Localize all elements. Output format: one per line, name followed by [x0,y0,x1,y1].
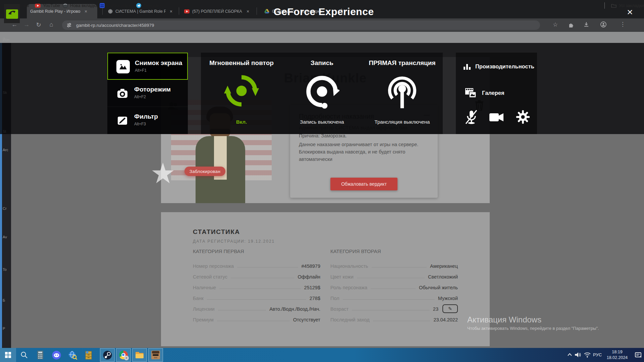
stat-label: Сетевой статус [193,274,227,280]
ovgorskiy-icon [100,3,105,8]
profile-icon[interactable] [600,21,606,27]
photo-mode-item[interactable]: Фоторежим Alt+F2 [107,80,188,107]
action-center-icon[interactable] [635,352,642,358]
stat-row: ПолМужской [330,291,458,302]
clock[interactable]: 18:19 18.02.2024 [603,349,631,361]
edit-age-button[interactable]: ✎ [442,304,458,313]
stat-row: Последний заход23.04.2022 [330,312,458,323]
tab-close-icon[interactable]: × [85,9,87,14]
telegram-icon [136,3,141,8]
bookmark-youtube[interactable]: YouTube [35,2,60,9]
stat-value: Авто./Водн./Возд./Нач. [269,306,320,312]
appeal-verdict-button[interactable]: Обжаловать вердикт [330,178,397,190]
video-camera-icon[interactable] [489,112,505,123]
screenshot-item[interactable]: Снимок экрана Alt+F1 [107,53,188,80]
volume-icon[interactable] [574,352,582,358]
performance-button[interactable]: Производительность [463,63,534,70]
edit-pencil-icon: ✎ [448,306,452,311]
tray-chevron-icon[interactable] [567,352,573,357]
bookmark-new-tab[interactable]: Нова вкладка [63,2,98,9]
language-indicator[interactable]: РУС [593,352,602,357]
stats-category-2: КАТЕГОРИЯ ВТОРАЯ НациональностьАмерикане… [330,248,458,323]
stat-label: Национальность [330,263,368,269]
home-icon[interactable]: ⌂ [47,21,56,28]
stat-value: 25129$ [304,285,320,291]
filter-item[interactable]: Фильтр Alt+F3 [107,107,188,134]
bookmark-star-icon[interactable]: ☆ [553,21,558,28]
stat-value: Американец [430,263,458,269]
taskbar: РУС 18:19 18.02.2024 [0,348,644,362]
bookmark-label: YouTube [43,3,60,8]
taskbar-file-cabinet-button[interactable] [81,348,96,362]
gear-icon[interactable] [516,110,530,124]
camera-icon [116,86,129,100]
broadcast-section[interactable]: ПРЯМАЯ трансляция Трансляция выключена [362,53,442,134]
bookmark-label: Telegram [144,3,161,8]
leader-line [357,278,425,278]
globe-favicon-icon [108,9,113,14]
registration-date: ДАТА РЕГИСТРАЦИИ: 19.12.2021 [193,239,275,244]
wifi-icon[interactable] [584,352,591,358]
download-icon[interactable] [584,22,589,27]
sidebar-ghost-text: Б [3,298,5,302]
address-bar[interactable]: gambit-rp.ru/account/character/458979 [62,20,540,30]
taskbar-web-search-button[interactable] [65,348,80,362]
section-title: ПРЯМАЯ трансляция [362,59,442,67]
screen: Gambit Role Play - Игровой пр × СИСТЕМА … [0,0,644,362]
instant-replay-section[interactable]: Мгновенный повтор Вкл. [201,53,282,134]
stat-row: ПремиумОтсутствует [193,312,320,323]
broadcast-icon [385,73,420,110]
stat-label: Цвет кожи [330,274,354,280]
record-section[interactable]: Запись Запись выключена [282,53,362,134]
gfe-title: GeForce Experience [223,6,424,17]
taskbar-explorer-button[interactable] [132,348,147,362]
extension-icon[interactable] [568,22,574,27]
gfe-left-panel: Снимок экрана Alt+F1 Фоторежим Alt+F2 Фи… [107,53,188,134]
taskbar-steam-button[interactable] [100,348,115,362]
taskbar-search-button[interactable] [17,348,32,362]
taskbar-chrome-button[interactable] [116,348,131,362]
forward-icon[interactable]: → [22,21,31,28]
start-button[interactable] [0,348,16,362]
tab-close-icon[interactable]: × [170,9,172,14]
gallery-label: Галерея [482,90,504,96]
stat-row: НациональностьАмериканец [330,259,458,269]
url-text[interactable]: gambit-rp.ru/account/character/458979 [76,23,154,28]
activation-watermark-title: Активация Windows [467,315,541,324]
item-hotkey: Alt+F2 [134,95,146,99]
performance-icon [463,63,471,70]
mic-muted-icon[interactable] [463,109,479,125]
section-status: Вкл. [201,119,282,125]
item-hotkey: Alt+F3 [134,122,146,126]
menu-icon[interactable]: ⋮ [620,21,626,28]
leader-line [219,289,301,289]
tab-title: Gambit Role Play - Игровой пр [30,9,80,14]
stat-value: Мужской [438,296,458,302]
stat-label: Роль персонажа [330,285,367,291]
close-icon[interactable]: × [623,5,637,19]
leader-line [218,310,266,310]
section-title: Запись [282,59,362,67]
bookmark-label: OVGorskiy.ru [107,3,133,8]
filter-icon [116,114,129,127]
tray-date: 18.02.2024 [603,355,631,361]
bookmark-ovgorskiy[interactable]: OVGorskiy.ru [100,2,133,9]
sidebar-ghost-text: Cr [3,206,7,210]
bookmark-telegram[interactable]: Telegram [136,2,161,9]
stats-category-1: КАТЕГОРИЯ ПЕРВАЯ Номер персонажа#458979 … [193,248,320,323]
record-icon [305,74,339,109]
reload-icon[interactable]: ↻ [34,21,43,28]
leader-line [372,267,427,267]
tray-time: 18:19 [603,349,631,355]
stat-value: 23 [433,306,438,312]
taskbar-calculator-button[interactable] [33,348,48,362]
tab-separator [179,7,179,15]
taskbar-discord-button[interactable] [49,348,64,362]
leader-line [373,321,430,321]
taskbar-gta-button[interactable] [148,348,163,362]
nvidia-logo-icon [4,4,20,23]
site-settings-icon[interactable] [67,23,71,27]
gallery-button[interactable]: Галерея [465,86,504,100]
activation-watermark-text: Чтобы активировать Windows, перейдите в … [467,326,599,331]
stat-label: Банк [193,296,204,302]
